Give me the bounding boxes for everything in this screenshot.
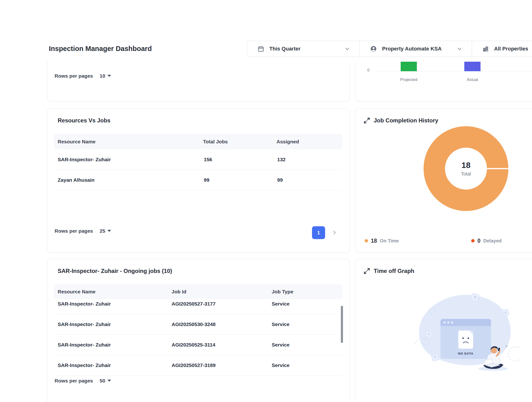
building-icon xyxy=(482,46,489,52)
page-1-button[interactable]: 1 xyxy=(312,226,325,239)
cell-total-jobs: 156 xyxy=(204,149,212,170)
cell-job-id: AGI20250527-3189 xyxy=(172,355,215,376)
col-job-type: Job Type xyxy=(272,284,293,299)
legend-value: 0 xyxy=(477,238,481,244)
x-axis-line xyxy=(376,71,532,71)
rows-per-page-value: 25 xyxy=(100,228,105,234)
legend-label: On Time xyxy=(380,238,399,244)
filter-properties-dropdown[interactable]: All Properties xyxy=(472,41,532,57)
legend-value: 18 xyxy=(371,238,377,244)
rows-per-page-label: Rows per pages xyxy=(55,378,93,384)
donut-chart: 18 Total xyxy=(424,126,508,211)
cell-resource-name: SAR-Inspector- Zuhair xyxy=(58,314,111,335)
table-row: SAR-Inspector- Zuhair AGI20250525-3114 S… xyxy=(54,335,342,355)
donut-total-value: 18 xyxy=(462,161,470,170)
svg-text:?: ? xyxy=(505,344,507,348)
cell-resource-name: SAR-Inspector- Zuhair xyxy=(58,355,111,376)
table-row: Zayan Alhusain 99 99 xyxy=(54,170,342,190)
cell-job-type: Service xyxy=(272,314,290,335)
vertical-scrollbar[interactable] xyxy=(341,306,343,343)
resources-vs-jobs-card: Resources Vs Jobs Resource Name Total Jo… xyxy=(47,108,350,253)
filter-properties-label: All Properties xyxy=(494,46,528,52)
filter-period-label: This Quarter xyxy=(269,46,301,52)
expand-button[interactable] xyxy=(363,268,370,275)
donut-total-label: Total xyxy=(461,171,471,177)
expand-button[interactable] xyxy=(363,117,370,124)
cell-resource-name: SAR-Inspector- Zuhair xyxy=(58,335,111,355)
cell-resource-name: Zayan Alhusain xyxy=(58,170,94,190)
table-body: SAR-Inspector- Zuhair 156 132 Zayan Alhu… xyxy=(54,149,342,190)
col-job-id: Job Id xyxy=(172,284,186,299)
y-axis-zero-tick: 0 xyxy=(367,68,369,73)
filter-company-label: Property Automate KSA xyxy=(382,46,442,52)
rows-per-page-selector[interactable]: Rows per pages 50 xyxy=(55,378,111,384)
caret-down-icon xyxy=(108,230,111,232)
ongoing-jobs-card: SAR-Inspector- Zuhair - Ongoing jobs (10… xyxy=(47,259,350,402)
cell-job-type: Service xyxy=(272,355,290,376)
col-resource-name: Resource Name xyxy=(58,134,95,149)
legend-dot-delayed xyxy=(471,239,475,242)
dashboard-window: Rows per pages 10 0 Projected Actual Res… xyxy=(0,0,532,402)
table-row: SAR-Inspector- Zuhair AGI20250530-3248 S… xyxy=(54,314,342,335)
cell-job-type: Service xyxy=(272,335,290,355)
cell-total-jobs: 99 xyxy=(204,170,209,190)
card-title: SAR-Inspector- Zuhair - Ongoing jobs (10… xyxy=(58,268,172,274)
cell-job-type: Service xyxy=(272,299,290,314)
col-resource-name: Resource Name xyxy=(58,284,95,299)
col-total-jobs: Total Jobs xyxy=(203,134,228,149)
job-completion-card: Job Completion History 18 Total 18 On Ti… xyxy=(355,108,532,253)
filter-period-dropdown[interactable]: This Quarter xyxy=(247,41,360,57)
legend-delayed: 0 Delayed xyxy=(471,237,502,245)
legend-dot-on-time xyxy=(365,239,368,242)
table-header: Resource Name Total Jobs Assigned xyxy=(54,134,342,149)
legend-label: Delayed xyxy=(483,238,502,244)
chevron-down-icon xyxy=(456,46,463,52)
rows-per-page-selector[interactable]: Rows per pages 10 xyxy=(55,73,111,79)
rows-per-page-value: 10 xyxy=(100,73,105,79)
filter-company-dropdown[interactable]: Property Automate KSA xyxy=(359,41,472,57)
cell-resource-name: SAR-Inspector- Zuhair xyxy=(58,299,111,314)
caret-down-icon xyxy=(108,380,111,382)
cell-job-id: AGI20250527-3177 xyxy=(172,299,215,314)
cell-assigned: 99 xyxy=(277,170,283,190)
cell-job-id: AGI20250525-3114 xyxy=(172,335,215,355)
table-row: SAR-Inspector- Zuhair 156 132 xyxy=(54,149,342,170)
no-data-illustration: ? × × ? NO DATA ? xyxy=(409,284,519,372)
table-row: SAR-Inspector- Zuhair AGI20250527-3189 S… xyxy=(54,355,342,376)
calendar-icon xyxy=(258,46,264,52)
donut-center: 18 Total xyxy=(424,126,508,211)
rows-per-page-value: 50 xyxy=(100,378,105,384)
rows-per-page-label: Rows per pages xyxy=(55,228,93,234)
chevron-down-icon xyxy=(344,46,350,52)
rows-per-page-selector[interactable]: Rows per pages 25 xyxy=(55,228,111,234)
expand-icon xyxy=(363,268,370,274)
bar-label-actual: Actual xyxy=(456,77,489,82)
page-title: Inspection Manager Dashboard xyxy=(49,45,152,53)
no-data-text: NO DATA xyxy=(458,352,473,355)
table-body-scrollarea[interactable]: SAR-Inspector- Zuhair AGI20250527-3177 S… xyxy=(54,299,342,376)
table-row: SAR-Inspector- Zuhair AGI20250527-3177 S… xyxy=(54,299,342,314)
legend-on-time: 18 On Time xyxy=(365,237,399,245)
caret-down-icon xyxy=(108,75,111,77)
col-assigned: Assigned xyxy=(277,134,299,149)
rows-per-page-label: Rows per pages xyxy=(55,73,93,79)
expand-icon xyxy=(363,117,370,124)
card-title: Time off Graph xyxy=(374,268,414,274)
card-title: Job Completion History xyxy=(374,117,438,124)
table-header: Resource Name Job Id Job Type xyxy=(54,284,342,299)
cell-assigned: 132 xyxy=(277,149,285,170)
cell-job-id: AGI20250530-3248 xyxy=(172,314,215,335)
time-off-card: Time off Graph ? × × ? xyxy=(355,259,532,402)
account-icon xyxy=(370,45,377,52)
next-page-icon[interactable] xyxy=(331,229,338,236)
cell-resource-name: SAR-Inspector- Zuhair xyxy=(58,149,111,170)
bar-label-projected: Projected xyxy=(392,77,425,82)
card-title: Resources Vs Jobs xyxy=(58,117,110,124)
top-header: Inspection Manager Dashboard This Quarte… xyxy=(0,0,532,62)
header-filters: This Quarter Property Automate KSA xyxy=(247,41,532,57)
